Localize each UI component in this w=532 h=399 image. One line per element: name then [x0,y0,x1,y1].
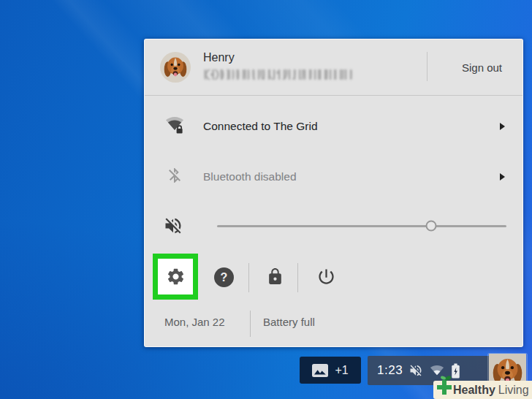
user-header: Henry Sign out [145,39,522,96]
volume-slider-thumb[interactable] [426,221,437,232]
date-label: Mon, Jan 22 [164,316,225,328]
volume-muted-icon[interactable] [163,216,183,236]
help-button[interactable]: ? [214,267,234,287]
system-tray-menu: Henry Sign out Connected to The Grid Blu… [144,39,523,347]
button-divider [297,263,298,292]
healthy-living-logo-icon [433,374,455,398]
volume-slider-track[interactable] [217,225,506,227]
bluetooth-chevron-right-icon[interactable] [500,173,505,180]
desktop-background: Henry Sign out Connected to The Grid Blu… [0,0,532,399]
power-button[interactable] [316,267,336,286]
settings-button[interactable] [153,254,198,300]
blurred-email [203,69,353,80]
header-divider [427,52,428,81]
wifi-secured-icon [164,115,185,135]
footer-divider [250,311,251,337]
user-name: Henry [203,51,235,64]
network-chevron-right-icon[interactable] [500,123,505,130]
notification-count: +1 [335,364,348,377]
tray-volume-muted-icon [408,363,423,378]
sign-out-button[interactable]: Sign out [462,61,502,74]
lock-screen-button[interactable] [266,267,284,286]
network-status-row[interactable]: Connected to The Grid [203,120,318,133]
bluetooth-status-row[interactable]: Bluetooth disabled [203,170,297,183]
bluetooth-disabled-icon [166,167,183,184]
watermark-text-bold: Healthy [453,384,495,397]
dog-avatar-image [160,52,191,83]
volume-slider[interactable] [217,218,506,233]
photo-icon [312,364,328,377]
watermark-text-light: Living [498,384,529,397]
question-mark-icon: ? [221,271,228,284]
user-avatar[interactable] [160,52,191,83]
battery-status-label: Battery full [263,316,315,328]
clock: 1:23 [377,363,403,378]
gear-icon [166,267,186,286]
button-divider [248,263,249,292]
watermark: Healthy Living [433,381,532,399]
notification-badge[interactable]: +1 [300,357,361,384]
